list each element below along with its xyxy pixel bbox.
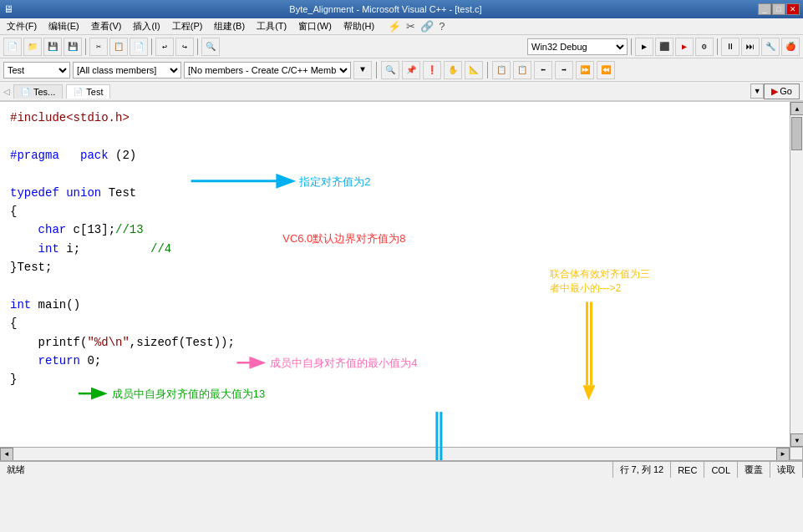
menu-tools[interactable]: 工具(T) xyxy=(252,19,292,33)
toolbar2-btn7[interactable]: 📋 xyxy=(513,61,531,79)
close-button[interactable]: ✕ xyxy=(786,3,800,15)
run-button[interactable]: ▶ xyxy=(675,38,694,56)
toolbar2-btn10[interactable]: ⏩ xyxy=(576,61,594,79)
scroll-left-btn[interactable]: ◄ xyxy=(0,448,13,461)
menu-bar: 文件(F) 编辑(E) 查看(V) 插入(I) 工程(P) 组建(B) 工具(T… xyxy=(0,18,803,35)
code-line-brace-end: } xyxy=(10,370,780,388)
members-combo2[interactable]: [No members - Create C/C++ Memb xyxy=(184,62,351,79)
nav-tab-2-icon: 📄 xyxy=(74,88,83,96)
class-combo[interactable]: Test xyxy=(3,62,70,79)
scroll-thumb-v[interactable] xyxy=(791,117,802,150)
code-line-blank3 xyxy=(10,277,780,296)
scrollbar-horizontal[interactable]: ◄ ► xyxy=(0,447,790,460)
scrollbar-corner xyxy=(790,447,803,460)
nav-go-label: Go xyxy=(780,86,792,96)
toolbar2-btn5[interactable]: 📐 xyxy=(465,61,483,79)
sep4 xyxy=(631,38,632,55)
undo-button[interactable]: ↩ xyxy=(155,38,174,56)
status-bar: 就绪 行 7, 列 12 REC COL 覆盖 读取 xyxy=(0,461,803,478)
nav-go-button[interactable]: ▶ Go xyxy=(764,84,800,99)
toolbar2-btn6[interactable]: 📋 xyxy=(492,61,511,79)
debug1-button[interactable]: ⏸ xyxy=(721,38,739,56)
cut-button[interactable]: ✂ xyxy=(89,38,108,56)
nav-tab-2-label: Test xyxy=(86,87,103,97)
open-button[interactable]: 📁 xyxy=(23,38,42,56)
status-overlay-text: 覆盖 xyxy=(745,464,763,476)
status-readonly: 读取 xyxy=(770,462,803,478)
stop-button[interactable]: ⬛ xyxy=(655,38,673,56)
toolbar-row-1: 📄 📁 💾 💾 ✂ 📋 📄 ↩ ↪ 🔍 Win32 Debug ▶ ⬛ ▶ ⚙ … xyxy=(0,35,803,58)
toolbar2-btn2[interactable]: 📌 xyxy=(402,61,420,79)
nav-back-icon[interactable]: ◁ xyxy=(3,87,10,96)
nav-tab-1-label: Tes... xyxy=(33,87,55,97)
code-line-main: int main() xyxy=(10,296,780,314)
menu-window[interactable]: 窗口(W) xyxy=(293,19,337,33)
menu-file[interactable]: 文件(F) xyxy=(2,19,42,33)
debug4-button[interactable]: 🍎 xyxy=(781,38,800,56)
toolbar2-btn11[interactable]: ⏪ xyxy=(597,61,615,79)
code-line-1: #include<stdio.h> xyxy=(10,109,780,127)
scroll-down-btn[interactable]: ▼ xyxy=(790,433,803,447)
menu-build[interactable]: 组建(B) xyxy=(209,19,250,33)
code-line-brace-main: { xyxy=(10,314,780,332)
toolbar2-btn3[interactable]: ❗ xyxy=(423,61,441,79)
restore-button[interactable]: □ xyxy=(772,3,785,15)
editor-content[interactable]: #include<stdio.h> #pragma pack (2) typed… xyxy=(0,102,790,460)
paste-button[interactable]: 📄 xyxy=(130,38,148,56)
scrollbar-vertical[interactable]: ▲ ▼ xyxy=(790,102,803,447)
status-col: COL xyxy=(704,462,738,478)
menu-edit[interactable]: 编辑(E) xyxy=(43,19,84,33)
status-rec-text: REC xyxy=(678,465,697,475)
toolbar2-btn8[interactable]: ⬅ xyxy=(534,61,552,79)
toolbar2-btn9[interactable]: ➡ xyxy=(555,61,573,79)
menu-help[interactable]: 帮助(H) xyxy=(338,19,379,33)
code-line-int: int i; //4 xyxy=(10,240,780,258)
sep6 xyxy=(376,62,377,79)
debug3-button[interactable]: 🔧 xyxy=(761,38,780,56)
menu-project[interactable]: 工程(P) xyxy=(167,19,208,33)
build-button[interactable]: ▶ xyxy=(635,38,653,56)
toolbar2-btn1[interactable]: 🔍 xyxy=(381,61,399,79)
title-bar-controls: _ □ ✕ xyxy=(758,3,800,15)
menu-insert[interactable]: 插入(I) xyxy=(128,19,165,33)
status-ready-text: 就绪 xyxy=(7,464,25,476)
save-all-button[interactable]: 💾 xyxy=(64,38,82,56)
code-line-brace-open: { xyxy=(10,202,780,220)
status-overlay: 覆盖 xyxy=(738,462,770,478)
status-ready: 就绪 xyxy=(0,462,613,478)
save-button[interactable]: 💾 xyxy=(43,38,62,56)
config-combo[interactable]: Win32 Debug xyxy=(527,38,628,55)
nav-tab-1-icon: 📄 xyxy=(21,88,30,96)
redo-button[interactable]: ↪ xyxy=(175,38,194,56)
code-line-char: char c[13];//13 xyxy=(10,220,780,239)
members-combo1[interactable]: [All class members] xyxy=(73,62,181,79)
new-button[interactable]: 📄 xyxy=(3,38,22,56)
find-button[interactable]: 🔍 xyxy=(201,38,220,56)
code-line-printf: printf("%d\n",sizeof(Test)); xyxy=(10,333,780,352)
status-rec: REC xyxy=(671,462,704,478)
menu-view[interactable]: 查看(V) xyxy=(86,19,127,33)
nav-bar: ◁ 📄 Tes... 📄 Test ▼ ▶ Go xyxy=(0,82,803,102)
toolbar-icon-scissors: ✂ xyxy=(406,20,415,33)
combo-expand-btn[interactable]: ▼ xyxy=(353,61,372,79)
code-line-return: return 0; xyxy=(10,352,780,370)
nav-tab-1[interactable]: 📄 Tes... xyxy=(13,84,63,99)
minimize-button[interactable]: _ xyxy=(758,3,771,15)
scroll-up-btn[interactable]: ▲ xyxy=(790,102,803,115)
title-bar: 🖥 Byte_Alignment - Microsoft Visual C++ … xyxy=(0,0,803,18)
status-position-text: 行 7, 列 12 xyxy=(620,464,664,476)
nav-dropdown-btn[interactable]: ▼ xyxy=(750,84,764,99)
settings-button[interactable]: ⚙ xyxy=(695,38,714,56)
nav-tab-2[interactable]: 📄 Test xyxy=(66,84,110,99)
copy-button[interactable]: 📋 xyxy=(109,38,128,56)
toolbar2-btn4[interactable]: ✋ xyxy=(444,61,462,79)
status-position: 行 7, 列 12 xyxy=(613,462,672,478)
scroll-right-btn[interactable]: ► xyxy=(776,448,790,461)
debug2-button[interactable]: ⏭ xyxy=(741,38,760,56)
code-line-blank1 xyxy=(10,127,780,145)
toolbar-row-2: Test [All class members] [No members - C… xyxy=(0,58,803,82)
sep2 xyxy=(151,38,152,55)
sep1 xyxy=(85,38,86,55)
code-line-typedef: typedef union Test xyxy=(10,184,780,202)
code-line-pragma: #pragma pack (2) xyxy=(10,146,780,165)
